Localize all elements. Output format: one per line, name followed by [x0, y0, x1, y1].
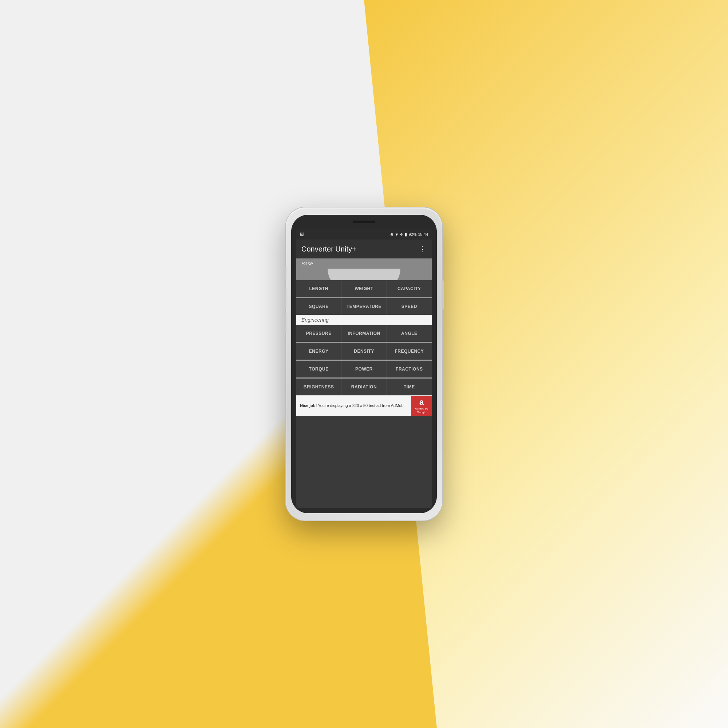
ad-normal-text: You're displaying a 320 x 50 test ad fro…	[317, 403, 404, 408]
admob-label: AdMob by Google	[411, 407, 432, 414]
status-right-icons: ⊖ ▼ ✈ ▮ 92% 18:44	[390, 232, 428, 237]
information-button[interactable]: INFORMATION	[341, 325, 387, 342]
arc-container	[296, 269, 432, 280]
radiation-button[interactable]: RADIATION	[341, 379, 387, 395]
speed-button[interactable]: SPEED	[387, 298, 432, 315]
weight-button[interactable]: WEIGHT	[341, 280, 387, 297]
phone-shell: 🖼 ⊖ ▼ ✈ ▮ 92% 18:44 Converter Unity+ ⋮	[286, 208, 442, 520]
phone-bezel: 🖼 ⊖ ▼ ✈ ▮ 92% 18:44 Converter Unity+ ⋮	[291, 215, 437, 513]
speaker-grille	[353, 220, 375, 223]
button-row-eng-1: PRESSURE INFORMATION ANGLE	[296, 325, 432, 342]
admob-icon: a	[419, 398, 424, 407]
phone-screen: 🖼 ⊖ ▼ ✈ ▮ 92% 18:44 Converter Unity+ ⋮	[296, 229, 432, 508]
battery-percent: 92%	[408, 232, 416, 237]
angle-button[interactable]: ANGLE	[387, 325, 432, 342]
app-title: Converter Unity+	[301, 245, 356, 253]
pressure-button[interactable]: PRESSURE	[296, 325, 341, 342]
button-row-eng-3: TORQUE POWER FRACTIONS	[296, 361, 432, 378]
temperature-button[interactable]: TEMPERATURE	[341, 298, 387, 315]
density-button[interactable]: DENSITY	[341, 343, 387, 359]
ad-text: Nice job! You're displaying a 320 x 50 t…	[296, 403, 411, 408]
status-bar: 🖼 ⊖ ▼ ✈ ▮ 92% 18:44	[296, 229, 432, 240]
battery-icon: ▮	[405, 232, 407, 237]
frequency-button[interactable]: FREQUENCY	[387, 343, 432, 359]
power-button[interactable]: POWER	[341, 361, 387, 378]
button-row-eng-2: ENERGY DENSITY FREQUENCY	[296, 343, 432, 359]
ad-bold-text: Nice job!	[300, 403, 317, 408]
power-button-left[interactable]	[284, 313, 286, 333]
admob-logo: a AdMob by Google	[411, 396, 432, 416]
volume-up-button[interactable]	[284, 266, 286, 280]
do-not-disturb-icon: ⊖	[390, 232, 393, 237]
button-row-eng-4: BRIGHTNESS RADIATION TIME	[296, 379, 432, 395]
button-row-base-1: LENGTH WEIGHT CAPACITY	[296, 280, 432, 297]
volume-down-button[interactable]	[284, 288, 286, 307]
ad-banner[interactable]: Nice job! You're displaying a 320 x 50 t…	[296, 395, 432, 416]
clock: 18:44	[418, 232, 428, 237]
energy-button[interactable]: ENERGY	[296, 343, 341, 359]
wifi-icon: ▼	[395, 232, 399, 237]
fractions-button[interactable]: FRACTIONS	[387, 361, 432, 378]
square-button[interactable]: SQUARE	[296, 298, 341, 315]
scroll-content: Base LENGTH WEIGHT CAPACITY SQUARE TEMPE…	[296, 258, 432, 508]
power-button-right[interactable]	[442, 280, 444, 309]
arc-shape	[327, 269, 401, 280]
status-left-icons: 🖼	[300, 232, 304, 237]
time-button[interactable]: TIME	[387, 379, 432, 395]
torque-button[interactable]: TORQUE	[296, 361, 341, 378]
more-options-icon[interactable]: ⋮	[419, 245, 427, 253]
button-row-base-2: SQUARE TEMPERATURE SPEED	[296, 298, 432, 315]
section-label-engineering: Engineering	[296, 315, 432, 325]
length-button[interactable]: LENGTH	[296, 280, 341, 297]
airplane-icon: ✈	[400, 232, 403, 237]
app-toolbar: Converter Unity+ ⋮	[296, 240, 432, 258]
photo-icon: 🖼	[300, 232, 304, 237]
section-label-base: Base	[296, 258, 432, 269]
capacity-button[interactable]: CAPACITY	[387, 280, 432, 297]
brightness-button[interactable]: BRIGHTNESS	[296, 379, 341, 395]
